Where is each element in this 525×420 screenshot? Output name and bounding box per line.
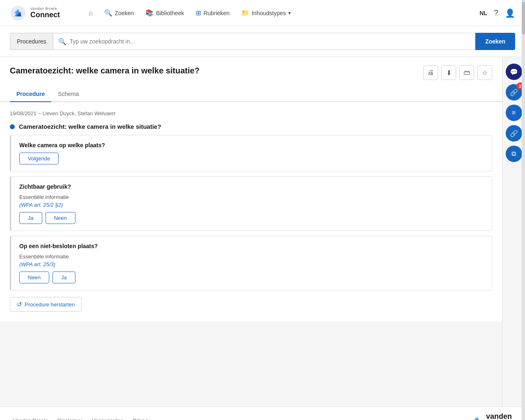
restart-label: Procedure herstarten [25,301,75,308]
card-3-buttons: Neen Ja [19,272,484,283]
card-2-title: Zichtbaar gebruik? [19,183,484,190]
page-content: Cameratoezicht: welke camera in welke si… [0,57,502,322]
nav-library-label: Bibliotheek [156,10,184,16]
chevron-down-icon: ▾ [288,10,291,16]
scrollbar-track[interactable] [522,0,525,420]
restart-icon: ↺ [17,301,22,308]
footer-link-terms[interactable]: Voorwaarden [92,418,123,420]
page-title: Cameratoezicht: welke camera in welke si… [10,65,199,76]
page-header: Cameratoezicht: welke camera in welke si… [0,57,502,80]
nav-right: NL ? 👤 [479,8,515,18]
footer-logo-icon [471,415,484,420]
footer: Vanden Broele – Disclaimer – Voorwaarden… [0,406,525,420]
sidebar-copy-btn[interactable]: ⧉ [506,146,522,162]
card-2: Zichtbaar gebruik? Essentiële informatie… [10,176,492,231]
scrollbar-thumb[interactable] [522,2,525,34]
lang-button[interactable]: NL [479,10,487,16]
folder-icon: 📁 [241,9,249,17]
logo-icon [10,5,26,21]
chat-icon: 💬 [510,68,518,76]
help-icon[interactable]: ? [494,8,498,18]
nav-search-label: Zoeken [115,10,134,16]
card-3-link[interactable]: (WPA art. 25/3) [19,261,484,267]
nav-content-types-label: Inhoudstypes [252,10,286,16]
section-title: Cameratoezicht: welke camera in welke si… [19,123,161,130]
nav-content-types[interactable]: 📁 Inhoudstypes ▾ [241,9,291,17]
footer-link-disclaimer[interactable]: Disclaimer [57,418,82,420]
home-icon: ⌂ [89,9,93,17]
nav-home[interactable]: ⌂ [89,9,93,17]
card-2-label: Essentiële informatie [19,194,484,200]
card-2-link[interactable]: (WPA art. 25/2 §2) [19,202,484,208]
footer-link-vb[interactable]: Vanden Broele [13,418,48,420]
download-button[interactable]: ⬇ [441,65,456,80]
header: Vanden Broele Connect ⌂ 🔍 Zoeken 📚 Bibli… [0,0,525,26]
list-icon: ≡ [512,109,516,116]
link-icon: 🔗 [510,89,518,96]
tab-schema[interactable]: Schema [51,87,85,102]
search-bar: Procedures 🔍 Zoeken [0,26,525,57]
section-header: Cameratoezicht: welke camera in welke si… [10,123,492,130]
section-dot [10,124,15,129]
main-wrapper: Cameratoezicht: welke camera in welke si… [0,57,525,406]
card-3-btn-neen[interactable]: Neen [19,272,49,283]
page-actions: 🖨 ⬇ 🗃 ☆ [423,65,492,80]
sidebar-link-btn[interactable]: 🔗 3 [506,84,522,100]
search-nav-icon: 🔍 [104,9,112,17]
nav-sections[interactable]: ⊞ Rubrieken [196,9,230,17]
card-3-label: Essentiële informatie [19,253,484,260]
card-1-title: Welke camera op welke plaats? [19,142,484,148]
card-2-btn-neen[interactable]: Neen [46,212,75,224]
card-2-buttons: Ja Neen [19,212,484,224]
card-3-btn-ja[interactable]: Ja [52,272,75,283]
card-3-title: Op een niet-besloten plaats? [19,243,484,249]
nav-search[interactable]: 🔍 Zoeken [104,9,134,17]
nav-library[interactable]: 📚 Bibliotheek [145,9,184,17]
nav-sections-label: Rubrieken [203,10,230,16]
search-input[interactable] [70,38,470,45]
search-input-wrapper: 🔍 [53,33,475,50]
card-1: Welke camera op welke plaats? Volgende [10,135,492,171]
sections-icon: ⊞ [196,9,201,17]
doc-meta: 19/08/2021 – Lieven Duyck, Stefan Welvae… [10,109,492,116]
footer-links: Vanden Broele – Disclaimer – Voorwaarden… [13,418,151,420]
search-button[interactable]: Zoeken [475,33,515,50]
user-icon[interactable]: 👤 [505,8,515,18]
card-1-btn-volgende[interactable]: Volgende [19,153,59,164]
footer-logo-text: vanden broele. [486,413,512,420]
card-3: Op een niet-besloten plaats? Essentiële … [10,236,492,290]
logo-sub: Vanden Broele [30,7,60,11]
print-button[interactable]: 🖨 [423,65,438,80]
card-1-buttons: Volgende [19,153,484,164]
copy-icon: ⧉ [511,150,516,158]
restart-button[interactable]: ↺ Procedure herstarten [10,297,82,312]
library-icon: 📚 [145,9,153,17]
search-icon: 🔍 [58,38,66,46]
footer-link-privacy[interactable]: Privacy [133,418,151,420]
logo[interactable]: Vanden Broele Connect [10,5,75,21]
tabs: Procedure Schema [0,87,502,102]
sidebar-paperclip-btn[interactable]: 🔗 [506,125,522,142]
card-2-btn-ja[interactable]: Ja [19,212,42,224]
logo-main: Connect [30,11,60,19]
paperclip-icon: 🔗 [510,130,518,137]
favorite-button[interactable]: ☆ [477,65,492,80]
footer-logo: vanden broele. [471,413,512,420]
search-category[interactable]: Procedures [10,33,53,50]
doc-content: 19/08/2021 – Lieven Duyck, Stefan Welvae… [0,102,502,322]
tab-procedure[interactable]: Procedure [10,87,51,102]
archive-button[interactable]: 🗃 [459,65,474,80]
content-area: Cameratoezicht: welke camera in welke si… [0,57,502,406]
sidebar-list-btn[interactable]: ≡ [506,105,522,121]
footer-logo-line1: vanden [486,413,512,420]
main-nav: ⌂ 🔍 Zoeken 📚 Bibliotheek ⊞ Rubrieken 📁 I… [89,9,466,17]
sidebar-chat-btn[interactable]: 💬 [506,64,522,80]
